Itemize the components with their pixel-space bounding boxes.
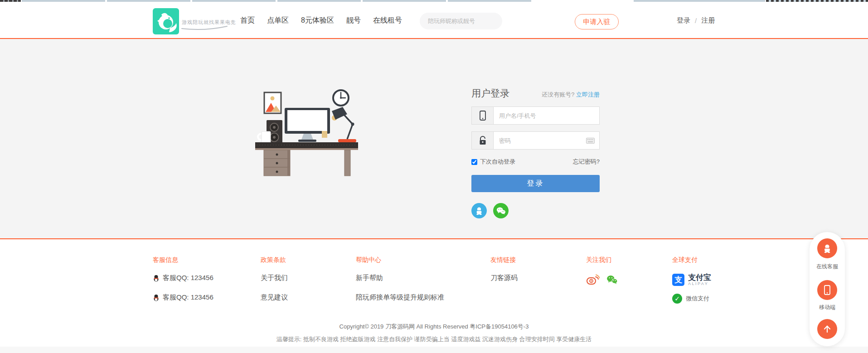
nav-premium-number[interactable]: 靓号 xyxy=(346,16,361,25)
mobile-app-label: 移动端 xyxy=(810,304,845,311)
footer-title-help: 帮助中心 xyxy=(356,256,444,264)
dolphin-logo-icon xyxy=(153,8,179,34)
password-input[interactable] xyxy=(494,132,586,149)
footer-col-policy: 政策条款 关于我们 意见建议 xyxy=(261,256,288,313)
alipay-label: 支付宝 xyxy=(688,274,711,281)
mobile-phone-icon xyxy=(823,285,832,295)
arrow-up-icon xyxy=(823,324,832,334)
weibo-icon[interactable] xyxy=(586,274,600,285)
footer-col-payment: 全球支付 支 支付宝 ALIPAY ✓ 微信支付 xyxy=(672,256,711,311)
qq-login-button[interactable] xyxy=(471,203,487,218)
mobile-app-button[interactable] xyxy=(817,280,837,300)
keyboard-icon[interactable] xyxy=(586,132,599,149)
footer-title-links: 友情链接 xyxy=(490,256,518,264)
login-panel-header: 用户登录 还没有账号? 立即注册 xyxy=(471,87,600,100)
copyright-text: Copyright© 2019 刀客源码网 All Rights Reserve… xyxy=(0,323,868,331)
slogan-swoosh xyxy=(181,25,228,31)
newbie-help-link[interactable]: 新手帮助 xyxy=(356,274,444,282)
forgot-password-link[interactable]: 忘记密码? xyxy=(573,158,600,166)
service-qq-item[interactable]: 客服QQ: 123456 xyxy=(153,274,213,282)
online-service-button[interactable] xyxy=(817,238,837,258)
main-section: 用户登录 还没有账号? 立即注册 xyxy=(0,39,868,239)
nav-order-zone[interactable]: 点单区 xyxy=(267,16,289,25)
register-link[interactable]: 注册 xyxy=(701,16,715,25)
auth-links: 登录 / 注册 xyxy=(677,2,715,39)
wechat-pay-label: 微信支付 xyxy=(686,295,709,303)
site-slogan: 游戏陪玩就找果果电竞 xyxy=(182,19,236,26)
site-header: 游戏陪玩就找果果电竞 首页 点单区 8元体验区 靓号 在线租号 申请入驻 登录 … xyxy=(0,2,868,39)
nav-trial-zone[interactable]: 8元体验区 xyxy=(301,16,334,25)
qq-penguin-icon xyxy=(475,206,484,216)
qq-penguin-icon xyxy=(822,243,832,254)
footer-title-payment: 全球支付 xyxy=(672,256,711,264)
login-link[interactable]: 登录 xyxy=(677,16,690,25)
search-box xyxy=(420,13,502,29)
no-account-text: 还没有账号? xyxy=(542,91,574,98)
auto-login-label[interactable]: 下次自动登录 xyxy=(471,158,515,166)
search-input[interactable] xyxy=(428,18,508,24)
footer-col-help: 帮助中心 新手帮助 陪玩师接单等级提升规则标准 xyxy=(356,256,444,313)
password-field-wrapper xyxy=(471,131,600,150)
login-title: 用户登录 xyxy=(471,87,509,100)
online-service-label: 在线客服 xyxy=(810,263,845,271)
wechat-pay-logo[interactable]: ✓ 微信支付 xyxy=(672,294,711,304)
feedback-link[interactable]: 意见建议 xyxy=(261,293,288,302)
site-footer: 客服信息 客服QQ: 123456 客服QQ: 123456 xyxy=(0,240,868,347)
health-tips-text: 温馨提示: 抵制不良游戏 拒绝盗版游戏 注意自我保护 谨防受骗上当 适度游戏益 … xyxy=(0,335,868,343)
friend-link[interactable]: 刀客源码 xyxy=(490,274,518,282)
footer-title-policy: 政策条款 xyxy=(261,256,288,264)
auth-separator: / xyxy=(695,17,697,24)
about-us-link[interactable]: 关于我们 xyxy=(261,274,288,282)
footer-col-follow: 关注我们 xyxy=(586,256,618,285)
wechat-login-button[interactable] xyxy=(493,203,509,218)
bottom-strip xyxy=(0,347,868,353)
page: 游戏陪玩就找果果电竞 首页 点单区 8元体验区 靓号 在线租号 申请入驻 登录 … xyxy=(0,0,868,353)
qq-mini-icon xyxy=(153,294,160,301)
qq-mini-icon xyxy=(153,275,160,282)
floating-sidebar: 在线客服 移动端 xyxy=(810,232,845,346)
nav-account-rental[interactable]: 在线租号 xyxy=(373,16,402,25)
companion-rules-link[interactable]: 陪玩师接单等级提升规则标准 xyxy=(356,293,444,302)
username-field-wrapper xyxy=(471,106,600,125)
lock-icon xyxy=(472,132,494,149)
register-now-link[interactable]: 立即注册 xyxy=(576,91,600,98)
social-login-row xyxy=(471,203,600,218)
desk-illustration xyxy=(254,84,400,179)
alipay-logo[interactable]: 支 支付宝 ALIPAY xyxy=(672,274,711,286)
login-panel: 用户登录 还没有账号? 立即注册 xyxy=(471,87,600,218)
nav-home[interactable]: 首页 xyxy=(240,16,255,25)
username-input[interactable] xyxy=(494,107,599,124)
service-qq-item[interactable]: 客服QQ: 123456 xyxy=(153,293,213,302)
login-submit-button[interactable]: 登录 xyxy=(471,175,600,192)
wechat-pay-icon: ✓ xyxy=(672,294,682,304)
apply-settle-button[interactable]: 申请入驻 xyxy=(575,14,619,29)
alipay-label-en: ALIPAY xyxy=(688,281,711,286)
footer-col-links: 友情链接 刀客源码 xyxy=(490,256,518,293)
site-logo[interactable] xyxy=(153,8,179,34)
wechat-icon xyxy=(496,206,506,215)
alipay-icon: 支 xyxy=(672,274,684,286)
wechat-icon[interactable] xyxy=(606,274,618,285)
remember-row: 下次自动登录 忘记密码? xyxy=(471,158,600,166)
back-to-top-button[interactable] xyxy=(817,319,837,339)
footer-title-follow: 关注我们 xyxy=(586,256,618,264)
footer-title-service: 客服信息 xyxy=(153,256,213,264)
phone-icon xyxy=(472,107,494,124)
main-nav: 首页 点单区 8元体验区 靓号 在线租号 xyxy=(240,2,402,39)
footer-col-service: 客服信息 客服QQ: 123456 客服QQ: 123456 xyxy=(153,256,213,313)
auto-login-checkbox[interactable] xyxy=(471,159,477,165)
